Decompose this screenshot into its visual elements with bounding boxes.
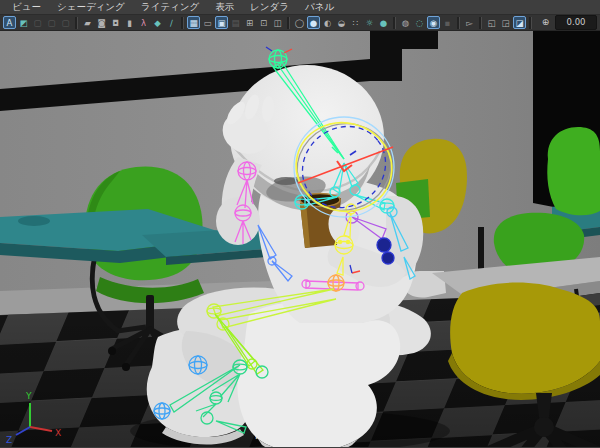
camera-label: rendering_camera [254,430,346,441]
gate-mask-icon[interactable]: ▤ [229,16,242,29]
exposure-icon[interactable]: ⊕ [539,16,552,29]
toolbar-separator [75,17,78,29]
lasso-tool-icon[interactable]: ▢ [31,16,44,29]
xray-icon[interactable]: ◱ [485,16,498,29]
film-gate-icon[interactable]: ▭ [201,16,214,29]
zoom-region-icon[interactable]: ▢ [59,16,72,29]
menu-panels[interactable]: パネル [297,0,342,14]
toolbar-separator [393,17,396,29]
letter-a-display-icon[interactable]: A [3,16,16,29]
menu-show[interactable]: 表示 [207,0,242,14]
exposure-value-field[interactable]: 0.00 [555,15,597,30]
motion-blur-icon[interactable]: ◌ [413,16,426,29]
wireframe-on-shaded-icon[interactable]: ◐ [321,16,334,29]
image-plane-icon[interactable]: λ [137,16,150,29]
camera-attributes-icon[interactable]: ◘ [109,16,122,29]
safe-action-icon[interactable]: ⊡ [257,16,270,29]
chair-green-far-right[interactable] [547,127,600,215]
lights-icon[interactable]: ☼ [363,16,376,29]
menu-lighting[interactable]: ライティング [133,0,207,14]
smooth-shade-icon[interactable]: ● [307,16,320,29]
toolbar-separator [479,17,482,29]
resolution-gate-icon[interactable]: ▣ [215,16,228,29]
menu-renderer[interactable]: レンダラ [242,0,297,14]
lock-camera-icon[interactable]: ◙ [95,16,108,29]
grid-icon[interactable]: ▦ [187,16,200,29]
toolbar-separator [181,17,184,29]
shadows-icon[interactable]: ● [377,16,390,29]
ssao-icon[interactable]: ◍ [399,16,412,29]
paint-select-icon[interactable]: ▢ [45,16,58,29]
selection-highlight-icon[interactable]: ◩ [17,16,30,29]
exposure-group: ⊕ 0.00 [539,15,597,30]
axis-label-x: X [55,428,61,438]
axis-label-y: Y [25,391,32,401]
use-default-material-icon[interactable]: ∷ [349,16,362,29]
pan-zoom-icon[interactable]: ◆ [151,16,164,29]
toolbar-separator [529,17,532,29]
multisample-aa-icon[interactable]: ◉ [427,16,440,29]
maya-window: ビューシェーディングライティング表示レンダラパネル A◩▢▢▢▰◙◘▮λ◆∕▦▭… [0,0,600,448]
viewport-3d[interactable]: Y X Z rendering_camera [0,31,600,447]
select-camera-icon[interactable]: ▰ [81,16,94,29]
menu-view[interactable]: ビュー [4,0,49,14]
textured-icon[interactable]: ◒ [335,16,348,29]
field-chart-icon[interactable]: ⊞ [243,16,256,29]
axis-label-z: Z [6,435,12,445]
bookmark-view-icon[interactable]: ▮ [123,16,136,29]
depth-of-field-icon[interactable]: ▪ [441,16,454,29]
toolbar-separator [287,17,290,29]
xray-joints-icon[interactable]: ◲ [499,16,512,29]
menu-shading[interactable]: シェーディング [49,0,133,14]
plugin-shading-icon[interactable]: ◪ [513,16,526,29]
toolbar-separator [457,17,460,29]
toolbar-icon-strip: A◩▢▢▢▰◙◘▮λ◆∕▦▭▣▤⊞⊡◫◯●◐◒∷☼●◍◌◉▪▻◱◲◪ [3,16,534,29]
wireframe-icon[interactable]: ◯ [293,16,306,29]
panel-toolbar: A◩▢▢▢▰◙◘▮λ◆∕▦▭▣▤⊞⊡◫◯●◐◒∷☼●◍◌◉▪▻◱◲◪ ⊕ 0.0… [0,14,600,31]
isolate-select-icon[interactable]: ▻ [463,16,476,29]
grease-pencil-icon[interactable]: ∕ [165,16,178,29]
panel-menubar: ビューシェーディングライティング表示レンダラパネル [0,0,600,14]
safe-title-icon[interactable]: ◫ [271,16,284,29]
